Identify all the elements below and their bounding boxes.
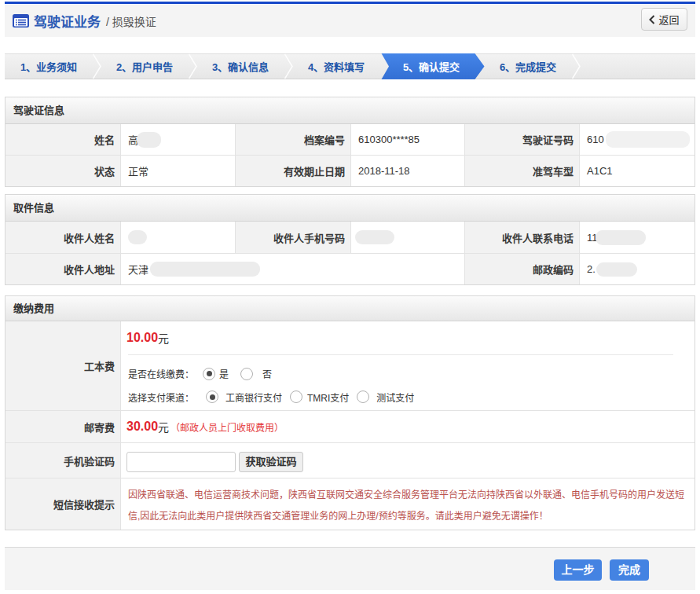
svg-text:2、用户申告: 2、用户申告 <box>116 61 173 73</box>
svg-text:5、确认提交: 5、确认提交 <box>403 61 460 73</box>
svg-text:3、确认信息: 3、确认信息 <box>212 61 269 73</box>
svg-text:6、完成提交: 6、完成提交 <box>500 61 556 73</box>
svg-text:1、业务须知: 1、业务须知 <box>20 61 77 73</box>
svg-text:4、资料填写: 4、资料填写 <box>308 61 365 73</box>
